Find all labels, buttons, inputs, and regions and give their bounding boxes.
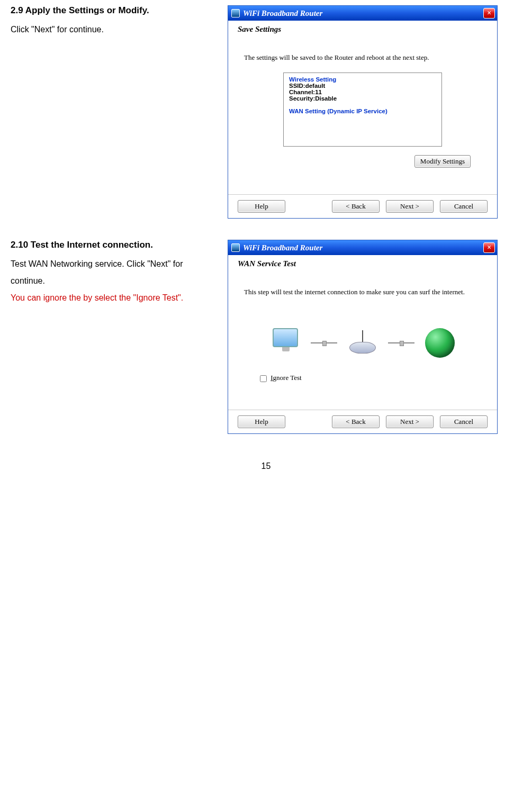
cancel-button[interactable]: Cancel bbox=[440, 200, 488, 213]
dialog-body: This step will test the internet connect… bbox=[228, 272, 497, 410]
section-2-10-body1: Test WAN Networking service. Click "Next… bbox=[11, 256, 212, 289]
wireless-heading: Wireless Setting bbox=[289, 76, 436, 83]
back-button[interactable]: < Back bbox=[332, 200, 380, 213]
app-icon bbox=[231, 243, 240, 252]
ssid-line: SSID:default bbox=[289, 83, 436, 89]
help-button[interactable]: Help bbox=[238, 415, 285, 428]
section-title: Save Settings bbox=[228, 21, 497, 38]
modify-row: Modify Settings bbox=[244, 155, 481, 168]
ignore-test-row: Ignore Test bbox=[244, 374, 481, 382]
dialog-titlebar: WiFi Broadband Router × bbox=[228, 240, 497, 255]
save-settings-text: The settings will be saved to the Router… bbox=[244, 53, 481, 62]
settings-summary-box: Wireless Setting SSID:default Channel:11… bbox=[283, 73, 442, 147]
wan-heading: WAN Setting (Dynamic IP Service) bbox=[289, 108, 436, 114]
page-number: 15 bbox=[262, 461, 271, 471]
section-2-10: 2.10 Test the Internet connection. Test … bbox=[11, 240, 521, 434]
globe-icon bbox=[425, 328, 455, 358]
network-illustration bbox=[244, 307, 481, 374]
router-icon bbox=[348, 332, 377, 354]
help-button[interactable]: Help bbox=[238, 200, 285, 213]
ignore-test-checkbox[interactable] bbox=[260, 375, 267, 382]
close-icon[interactable]: × bbox=[483, 242, 495, 253]
dialog-title: WiFi Broadband Router bbox=[243, 243, 322, 252]
section-2-9-text: 2.9 Apply the Settings or Modify. Click … bbox=[11, 5, 212, 219]
dialog-title: WiFi Broadband Router bbox=[243, 9, 322, 18]
dialog-body: The settings will be saved to the Router… bbox=[228, 38, 497, 194]
computer-icon bbox=[270, 328, 300, 358]
back-button[interactable]: < Back bbox=[332, 415, 380, 428]
close-icon[interactable]: × bbox=[483, 8, 495, 19]
save-settings-dialog: WiFi Broadband Router × Save Settings Th… bbox=[228, 5, 498, 219]
section-2-10-body2: You can ignore the by select the "Ignore… bbox=[11, 289, 212, 306]
next-button[interactable]: Next > bbox=[386, 200, 434, 213]
channel-line: Channel:11 bbox=[289, 89, 436, 95]
app-icon bbox=[231, 9, 240, 17]
security-line: Security:Disable bbox=[289, 95, 436, 102]
button-bar: Help < Back Next > Cancel bbox=[228, 194, 497, 218]
cable-icon bbox=[311, 341, 337, 345]
dialog-titlebar: WiFi Broadband Router × bbox=[228, 6, 497, 21]
ignore-test-label[interactable]: Ignore Test bbox=[260, 374, 302, 382]
cancel-button[interactable]: Cancel bbox=[440, 415, 488, 428]
section-2-9-body: Click "Next" for continue. bbox=[11, 21, 212, 38]
section-title: WAN Service Test bbox=[228, 255, 497, 272]
cable-icon bbox=[388, 341, 414, 345]
section-2-9-heading: 2.9 Apply the Settings or Modify. bbox=[11, 5, 212, 16]
wan-test-text: This step will test the internet connect… bbox=[244, 288, 481, 296]
wan-test-dialog: WiFi Broadband Router × WAN Service Test… bbox=[228, 240, 498, 434]
modify-settings-button[interactable]: Modify Settings bbox=[414, 155, 471, 168]
section-2-10-heading: 2.10 Test the Internet connection. bbox=[11, 240, 212, 250]
section-2-10-text: 2.10 Test the Internet connection. Test … bbox=[11, 240, 212, 434]
button-bar: Help < Back Next > Cancel bbox=[228, 410, 497, 433]
ignore-label-text: gnore Test bbox=[273, 374, 302, 382]
next-button[interactable]: Next > bbox=[386, 415, 434, 428]
section-2-9: 2.9 Apply the Settings or Modify. Click … bbox=[11, 5, 521, 219]
